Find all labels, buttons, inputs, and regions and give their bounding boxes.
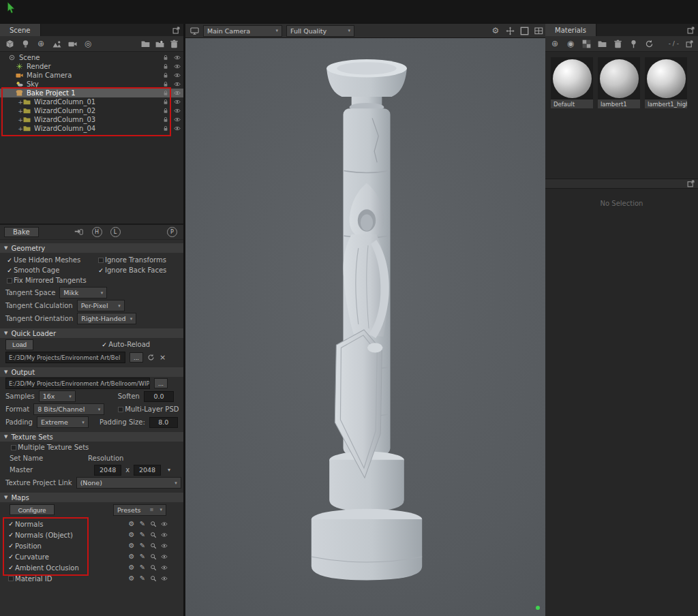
section-header-maps[interactable]: ▼ Maps bbox=[0, 493, 183, 502]
layout-icon[interactable] bbox=[534, 26, 543, 35]
dropdown-tangent-orientation[interactable]: Right-Handed▾ bbox=[77, 313, 136, 324]
map-row-ambient-occlusion[interactable]: ✓Ambient Occlusion⚙✎ bbox=[0, 562, 183, 573]
add-camera-icon[interactable] bbox=[67, 39, 77, 48]
new-group-icon[interactable] bbox=[155, 39, 164, 48]
lock-icon[interactable] bbox=[162, 98, 169, 106]
wizard-column-model[interactable] bbox=[262, 55, 470, 608]
eye-icon[interactable] bbox=[173, 125, 181, 132]
settings-icon[interactable]: ⚙ bbox=[127, 564, 136, 572]
pin-icon[interactable] bbox=[628, 39, 638, 48]
preview-toggle[interactable]: P bbox=[167, 227, 177, 237]
section-header-geometry[interactable]: ▼ Geometry bbox=[0, 243, 183, 253]
tree-item-wizardcolumn-01[interactable]: +WizardColumn_01 bbox=[0, 97, 183, 106]
eye-icon[interactable] bbox=[160, 542, 168, 550]
browse-button[interactable]: ... bbox=[130, 352, 143, 363]
expand-icon[interactable]: + bbox=[18, 99, 23, 106]
settings-icon[interactable]: ⚙ bbox=[127, 531, 136, 539]
remove-icon[interactable]: × bbox=[160, 353, 166, 362]
delete-icon[interactable] bbox=[169, 39, 179, 48]
settings-icon[interactable]: ⚙ bbox=[127, 542, 136, 550]
expand-icon[interactable]: + bbox=[18, 117, 23, 123]
settings-icon[interactable]: ⚙ bbox=[127, 553, 136, 561]
eye-icon[interactable] bbox=[160, 574, 168, 583]
popout-icon[interactable] bbox=[686, 26, 695, 34]
map-row-normals[interactable]: ✓Normals⚙✎ bbox=[0, 519, 183, 529]
tab-scene[interactable]: Scene bbox=[0, 24, 41, 36]
material-item-lambert1[interactable]: lambert1 bbox=[598, 57, 640, 108]
checkbox-smooth-cage[interactable]: ✓Smooth Cage bbox=[5, 266, 97, 274]
quality-dropdown[interactable]: Full Quality ▾ bbox=[286, 25, 354, 37]
eye-icon[interactable] bbox=[173, 107, 181, 114]
add-material-icon[interactable]: ⊕ bbox=[550, 39, 560, 48]
material-item-default[interactable]: Default bbox=[551, 57, 593, 108]
tree-item-scene[interactable]: Scene bbox=[0, 53, 183, 62]
refresh-icon[interactable] bbox=[644, 39, 654, 48]
section-header-texture-sets[interactable]: ▼ Texture Sets bbox=[0, 432, 183, 442]
checkbox-multiple-texture-sets[interactable]: Multiple Texture Sets bbox=[10, 444, 89, 451]
checker-icon[interactable] bbox=[581, 39, 591, 48]
pan-icon[interactable] bbox=[505, 26, 515, 35]
configure-button[interactable]: Configure bbox=[10, 504, 55, 515]
new-folder-icon[interactable] bbox=[140, 39, 150, 48]
presets-dropdown[interactable]: Presets ≡ ▾ bbox=[113, 504, 166, 516]
resolution-width-field[interactable]: 2048 bbox=[94, 465, 121, 476]
popout-icon[interactable] bbox=[172, 26, 180, 34]
viewport-canvas[interactable] bbox=[185, 38, 547, 616]
dropdown-tangent-calculation[interactable]: Per-Pixel▾ bbox=[77, 300, 125, 311]
magnify-icon[interactable] bbox=[149, 564, 157, 572]
browse-button[interactable]: ... bbox=[154, 378, 168, 388]
eye-icon[interactable] bbox=[173, 72, 181, 79]
sphere-icon[interactable]: ◉ bbox=[566, 39, 575, 48]
map-row-position[interactable]: ✓Position⚙✎ bbox=[0, 540, 183, 551]
maximize-icon[interactable] bbox=[519, 26, 529, 35]
format-dropdown[interactable]: 8 Bits/Channel ▾ bbox=[33, 403, 104, 415]
tab-materials[interactable]: Materials bbox=[545, 24, 596, 36]
eye-icon[interactable] bbox=[173, 63, 181, 70]
soften-field[interactable]: 0.0 bbox=[144, 391, 174, 402]
edit-icon[interactable]: ✎ bbox=[138, 553, 147, 561]
eye-icon[interactable] bbox=[160, 553, 168, 561]
refresh-icon[interactable] bbox=[147, 354, 155, 362]
eye-icon[interactable] bbox=[173, 98, 181, 106]
add-material-icon[interactable]: ⊕ bbox=[36, 39, 46, 48]
magnify-icon[interactable] bbox=[149, 574, 157, 583]
tree-item-main-camera[interactable]: Main Camera bbox=[0, 71, 183, 80]
lock-icon[interactable] bbox=[162, 54, 169, 61]
eye-icon[interactable] bbox=[160, 520, 168, 528]
settings-icon[interactable]: ⚙ bbox=[127, 574, 136, 583]
map-row-curvature[interactable]: ✓Curvature⚙✎ bbox=[0, 551, 183, 562]
padding-size-field[interactable]: 8.0 bbox=[149, 417, 178, 428]
samples-dropdown[interactable]: 16x ▾ bbox=[39, 390, 76, 402]
load-button[interactable]: Load bbox=[5, 339, 33, 350]
checkbox-auto-reload[interactable]: ✓ Auto-Reload bbox=[100, 341, 150, 348]
add-light-icon[interactable] bbox=[20, 39, 30, 48]
eye-icon[interactable] bbox=[173, 116, 181, 123]
texture-project-link-dropdown[interactable]: (None) ▾ bbox=[76, 477, 181, 489]
magnify-icon[interactable] bbox=[149, 531, 157, 539]
lock-icon[interactable] bbox=[162, 72, 169, 79]
checkbox-fix-mirrored-tangents[interactable]: Fix Mirrored Tangents bbox=[5, 277, 97, 284]
eye-icon[interactable] bbox=[160, 531, 168, 539]
output-path-field[interactable]: E:/3D/My Projects/Environment Art/Bellro… bbox=[5, 378, 150, 389]
lock-icon[interactable] bbox=[162, 107, 169, 114]
add-object-icon[interactable] bbox=[5, 39, 14, 48]
lock-icon[interactable] bbox=[162, 89, 169, 97]
section-header-quick-loader[interactable]: ▼ Quick Loader bbox=[0, 328, 183, 338]
eye-icon[interactable] bbox=[173, 80, 181, 88]
settings-icon[interactable]: ⚙ bbox=[491, 26, 500, 35]
tab-bake[interactable]: Bake bbox=[4, 227, 39, 237]
camera-dropdown[interactable]: Main Camera ▾ bbox=[203, 25, 282, 37]
lock-icon[interactable] bbox=[162, 116, 169, 123]
eye-icon[interactable] bbox=[173, 89, 181, 97]
edit-icon[interactable]: ✎ bbox=[138, 531, 147, 539]
lock-icon[interactable] bbox=[162, 63, 169, 70]
tree-item-wizardcolumn-02[interactable]: +WizardColumn_02 bbox=[0, 106, 183, 115]
delete-icon[interactable] bbox=[613, 39, 622, 48]
tree-item-wizardcolumn-03[interactable]: +WizardColumn_03 bbox=[0, 115, 183, 124]
checkbox-multi-layer-psd[interactable]: Multi-Layer PSD bbox=[117, 405, 179, 413]
checkbox-use-hidden-meshes[interactable]: ✓Use Hidden Meshes bbox=[5, 256, 97, 264]
tree-item-wizardcolumn-04[interactable]: +WizardColumn_04 bbox=[0, 124, 183, 133]
resolution-height-field[interactable]: 2048 bbox=[134, 465, 161, 476]
edit-icon[interactable]: ✎ bbox=[138, 520, 147, 528]
lock-icon[interactable] bbox=[162, 125, 169, 132]
